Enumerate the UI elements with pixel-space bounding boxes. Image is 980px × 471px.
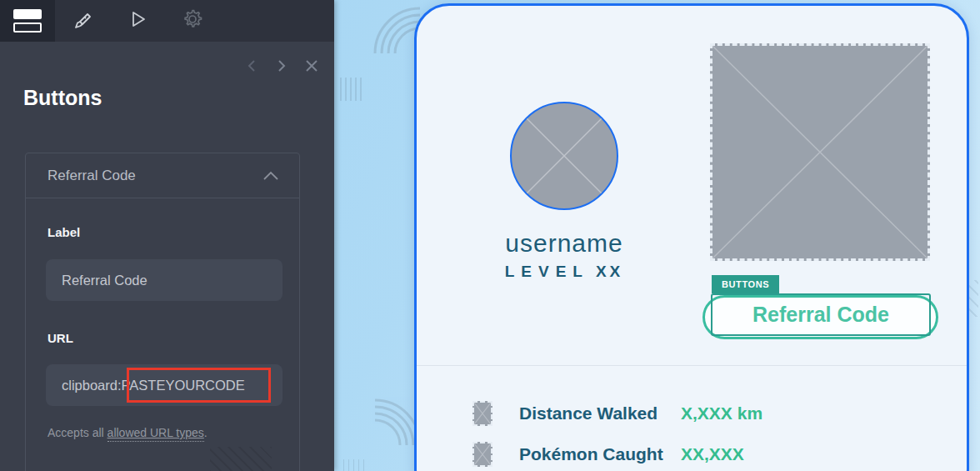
sections-tab[interactable] [0, 0, 55, 42]
gear-icon [181, 8, 204, 34]
chevron-right-icon[interactable] [274, 58, 289, 73]
level-value: XX [596, 263, 623, 280]
helper-prefix: Accepts all [48, 426, 108, 439]
settings-tab[interactable] [165, 0, 220, 42]
line-stripes-decoration [340, 78, 365, 101]
stat-label: Distance Walked [519, 393, 658, 433]
label-field-label: Label [48, 225, 80, 239]
selection-outline: Referral Code [711, 293, 931, 336]
section-header[interactable]: Referral Code [26, 153, 299, 198]
line-stripes-decoration [343, 459, 368, 471]
stat-row-pokemon: Pokémon Caught XX,XXX [417, 433, 967, 471]
stat-value: XX,XXX [681, 433, 744, 471]
stat-row-distance: Distance Walked X,XXX km [417, 393, 967, 433]
allowed-url-types-link[interactable]: allowed URL types [108, 426, 204, 442]
label-input[interactable]: Referral Code [46, 259, 282, 301]
url-field-label: URL [48, 331, 73, 345]
stat-icon-placeholder [472, 401, 492, 426]
url-value-prefix: clipboard: [62, 378, 122, 393]
stat-label: Pokémon Caught [519, 433, 663, 471]
preview-tab[interactable] [110, 0, 165, 42]
panel-navigation [244, 58, 319, 73]
helper-suffix: . [204, 426, 208, 439]
play-icon [127, 8, 148, 33]
url-value-highlighted: PASTEYOURCODE [122, 378, 245, 393]
url-input[interactable]: clipboard:PASTEYOURCODE [46, 364, 282, 406]
editor-toolbar [0, 0, 334, 42]
referral-code-button-label: Referral Code [752, 303, 889, 327]
avatar-placeholder[interactable] [510, 102, 618, 210]
close-icon[interactable] [304, 58, 319, 73]
url-helper-text: Accepts all allowed URL types. [48, 426, 208, 439]
card-divider [417, 365, 967, 366]
referral-code-section: Referral Code Label Referral Code URL cl… [25, 153, 300, 471]
image-placeholder[interactable] [710, 43, 930, 261]
paintbrush-icon [70, 7, 95, 35]
stat-icon-placeholder [472, 442, 492, 467]
section-title: Referral Code [48, 168, 136, 184]
level-label: LEVEL [505, 263, 589, 280]
chevron-left-icon[interactable] [244, 58, 259, 73]
stat-value: X,XXX km [681, 393, 762, 433]
level-text: LEVELXX [456, 263, 672, 281]
selected-element-tag: BUTTONS [712, 275, 779, 293]
style-tab[interactable] [55, 0, 110, 42]
sections-icon [13, 9, 42, 33]
profile-text: username LEVELXX [456, 229, 672, 281]
label-input-value: Referral Code [62, 273, 148, 288]
page-title: Buttons [23, 86, 102, 110]
username-text: username [456, 229, 672, 258]
trainer-card-preview: username LEVELXX BUTTONS Referral Code D… [414, 3, 969, 471]
chevron-up-icon [262, 169, 279, 184]
editor-panel: Buttons Referral Code Label Referral Cod… [0, 0, 334, 471]
